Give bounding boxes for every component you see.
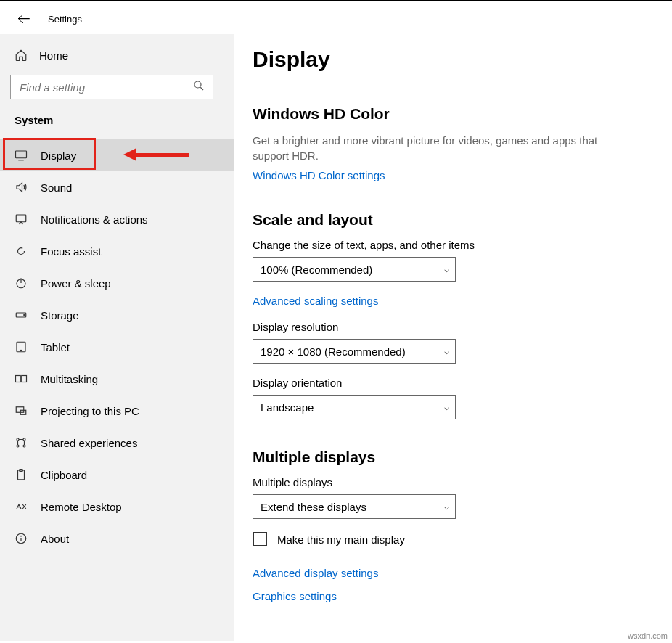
sidebar-item-label: About: [41, 533, 69, 545]
sidebar-item-remote-desktop[interactable]: Remote Desktop: [0, 491, 234, 523]
sidebar-item-multitasking[interactable]: Multitasking: [0, 363, 234, 395]
back-button[interactable]: 🡠: [17, 12, 30, 27]
home-icon: [15, 49, 28, 62]
sidebar-item-label: Clipboard: [41, 469, 87, 481]
sidebar-item-clipboard[interactable]: Clipboard: [0, 459, 234, 491]
sidebar-item-projecting[interactable]: Projecting to this PC: [0, 395, 234, 427]
svg-point-18: [23, 445, 25, 447]
sidebar-item-label: Remote Desktop: [41, 501, 122, 513]
sidebar-item-notifications[interactable]: Notifications & actions: [0, 203, 234, 235]
advanced-scaling-link[interactable]: Advanced scaling settings: [253, 295, 378, 307]
svg-point-15: [17, 438, 19, 441]
svg-rect-12: [22, 376, 27, 382]
graphics-settings-link[interactable]: Graphics settings: [253, 590, 337, 602]
shared-experiences-icon: [15, 436, 28, 449]
search-icon: [192, 79, 205, 95]
power-icon: [15, 277, 28, 290]
resolution-value: 1920 × 1080 (Recommended): [261, 345, 406, 358]
page-title: Display: [253, 47, 657, 72]
multiple-displays-value: Extend these displays: [261, 501, 366, 513]
multiple-displays-heading: Multiple displays: [253, 449, 657, 466]
sidebar-item-sound[interactable]: Sound: [0, 171, 234, 203]
remote-desktop-icon: [15, 500, 28, 513]
svg-rect-11: [16, 376, 21, 382]
storage-icon: [15, 308, 28, 322]
sidebar-item-shared-experiences[interactable]: Shared experiences: [0, 427, 234, 459]
svg-point-17: [17, 445, 19, 447]
main-display-checkbox[interactable]: [253, 532, 267, 546]
main-content: Display Windows HD Color Get a brighter …: [234, 34, 672, 641]
sidebar-item-label: Multitasking: [41, 373, 98, 385]
main-display-checkbox-label: Make this my main display: [277, 533, 405, 546]
multitasking-icon: [15, 372, 28, 385]
sound-icon: [15, 181, 28, 194]
sidebar-item-about[interactable]: About: [0, 523, 234, 554]
scale-heading: Scale and layout: [253, 211, 657, 229]
sidebar-item-home[interactable]: Home: [0, 41, 234, 69]
svg-rect-13: [16, 407, 24, 413]
sidebar-item-label: Power & sleep: [41, 277, 111, 290]
resolution-label: Display resolution: [253, 321, 657, 333]
sidebar-item-label: Notifications & actions: [41, 213, 148, 226]
sidebar-item-label: Tablet: [41, 341, 70, 353]
hdr-settings-link[interactable]: Windows HD Color settings: [253, 169, 385, 181]
svg-line-1: [200, 87, 203, 90]
sidebar-item-label: Shared experiences: [41, 437, 137, 449]
sidebar-section-label: System: [0, 111, 234, 139]
about-icon: [15, 532, 28, 545]
clipboard-icon: [15, 468, 28, 481]
text-size-label: Change the size of text, apps, and other…: [253, 239, 657, 251]
orientation-value: Landscape: [261, 401, 314, 414]
hdr-heading: Windows HD Color: [253, 105, 657, 123]
hdr-description: Get a brighter and more vibrant picture …: [253, 133, 601, 163]
sidebar-item-power-sleep[interactable]: Power & sleep: [0, 267, 234, 299]
svg-point-16: [23, 438, 25, 441]
text-size-select[interactable]: 100% (Recommended) ⌵: [253, 257, 456, 282]
sidebar-item-label: Display: [41, 150, 76, 162]
sidebar: Home System Display So: [0, 34, 234, 641]
focus-assist-icon: [15, 245, 28, 258]
projecting-icon: [15, 404, 28, 417]
svg-point-23: [21, 536, 22, 536]
app-title: Settings: [48, 14, 82, 25]
chevron-down-icon: ⌵: [444, 402, 449, 412]
chevron-down-icon: ⌵: [444, 501, 449, 512]
sidebar-item-label: Sound: [41, 181, 72, 194]
sidebar-item-display[interactable]: Display: [0, 139, 234, 171]
svg-rect-2: [16, 151, 27, 158]
svg-rect-4: [16, 215, 26, 222]
svg-point-8: [24, 314, 25, 316]
display-icon: [15, 149, 28, 162]
sidebar-item-label: Storage: [41, 309, 79, 322]
search-input[interactable]: [10, 75, 213, 99]
sidebar-item-storage[interactable]: Storage: [0, 299, 234, 331]
text-size-value: 100% (Recommended): [261, 263, 372, 276]
sidebar-item-label: Focus assist: [41, 245, 101, 258]
search-field[interactable]: [18, 81, 192, 94]
home-label: Home: [39, 49, 68, 62]
orientation-select[interactable]: Landscape ⌵: [253, 395, 456, 419]
orientation-label: Display orientation: [253, 377, 657, 389]
sidebar-item-tablet[interactable]: Tablet: [0, 331, 234, 363]
resolution-select[interactable]: 1920 × 1080 (Recommended) ⌵: [253, 339, 456, 364]
annotation-arrow: [123, 148, 189, 161]
sidebar-item-label: Projecting to this PC: [41, 405, 139, 417]
notifications-icon: [15, 213, 28, 226]
chevron-down-icon: ⌵: [444, 264, 449, 274]
advanced-display-link[interactable]: Advanced display settings: [253, 567, 378, 579]
chevron-down-icon: ⌵: [444, 346, 449, 356]
multiple-displays-label: Multiple displays: [253, 476, 657, 488]
svg-point-0: [194, 81, 201, 88]
watermark: wsxdn.com: [628, 631, 668, 640]
tablet-icon: [15, 340, 28, 353]
sidebar-item-focus-assist[interactable]: Focus assist: [0, 235, 234, 267]
multiple-displays-select[interactable]: Extend these displays ⌵: [253, 494, 456, 519]
